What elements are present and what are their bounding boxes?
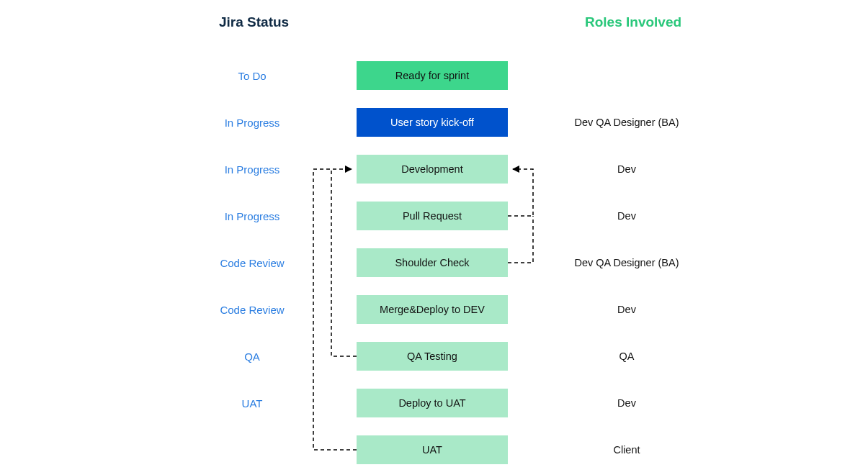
role-row-4: Dev QA Designer (BA) (547, 257, 706, 268)
arrow-shoulder-to-dev (508, 216, 533, 263)
status-in-progress-1: In Progress (194, 117, 310, 129)
step-qa-testing: QA Testing (357, 342, 508, 371)
arrow-pr-to-dev (508, 169, 533, 216)
status-qa: QA (194, 350, 310, 363)
step-deploy-to-uat: Deploy to UAT (357, 389, 508, 417)
status-code-review-2: Code Review (194, 304, 310, 316)
role-row-6: QA (547, 350, 706, 362)
arrow-qa-to-dev (331, 169, 357, 356)
header-jira-status: Jira Status (219, 14, 289, 30)
step-merge-deploy: Merge&Deploy to DEV (357, 295, 508, 324)
step-development: Development (357, 155, 508, 184)
role-row-8: Client (547, 444, 706, 456)
status-uat: UAT (194, 397, 310, 410)
status-in-progress-3: In Progress (194, 210, 310, 222)
step-pull-request: Pull Request (357, 202, 508, 230)
header-roles: Roles Involved (585, 14, 681, 30)
status-to-do: To Do (194, 70, 310, 82)
role-row-1: Dev QA Designer (BA) (547, 117, 706, 128)
arrow-uat-to-dev (313, 169, 357, 450)
step-ready-for-sprint: Ready for sprint (357, 61, 508, 90)
step-shoulder-check: Shoulder Check (357, 248, 508, 277)
role-row-5: Dev (547, 304, 706, 315)
role-row-3: Dev (547, 210, 706, 222)
workflow-diagram: Jira Status Roles Involved To Do Ready f… (0, 0, 868, 475)
status-in-progress-2: In Progress (194, 163, 310, 176)
role-row-7: Dev (547, 397, 706, 409)
role-row-2: Dev (547, 163, 706, 175)
step-uat: UAT (357, 435, 508, 464)
step-user-story-kickoff: User story kick-off (357, 108, 508, 137)
status-code-review-1: Code Review (194, 257, 310, 269)
